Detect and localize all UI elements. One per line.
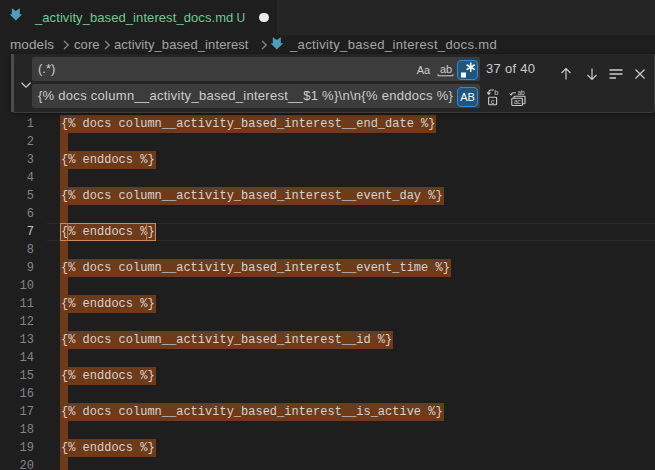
svg-text:ab: ab <box>518 89 526 96</box>
svg-text:b: b <box>494 88 498 97</box>
svg-text:ac: ac <box>514 98 522 105</box>
svg-text:c: c <box>491 97 495 106</box>
svg-text:ab: ab <box>440 63 452 75</box>
